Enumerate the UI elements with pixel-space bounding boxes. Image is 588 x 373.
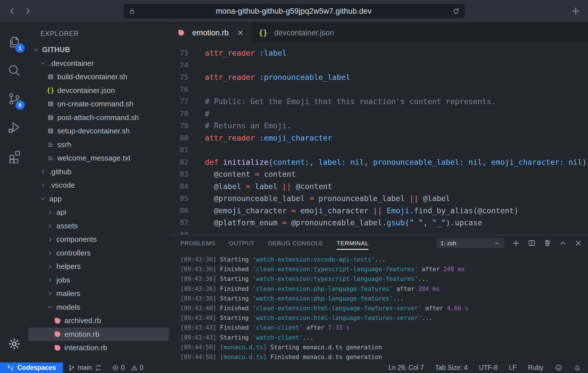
tree-item--github[interactable]: .github (28, 165, 169, 179)
lock-icon (129, 8, 135, 15)
tree-item--vscode[interactable]: .vscode (28, 179, 169, 192)
settings-gear-button[interactable] (0, 330, 28, 358)
terminal-token: [09:43:43] (180, 324, 220, 331)
tree-item-build-devcontainer-sh[interactable]: build-devcontainer.sh (28, 70, 169, 84)
code-line-87: 87 @platform_enum = @pronounceable_label… (170, 217, 588, 229)
cursor-position[interactable]: Ln 29, Col 7 (388, 364, 424, 372)
code-token: @pronounceable_label. (287, 218, 387, 227)
code-token: label: (314, 158, 346, 167)
code-token: attr_reader (205, 48, 255, 57)
refresh-icon[interactable] (452, 7, 460, 15)
close-tab-icon[interactable]: ✕ (238, 29, 244, 37)
back-icon[interactable] (8, 7, 17, 15)
encoding[interactable]: UTF-8 (479, 364, 497, 372)
code-line-77: 77# Public: Get the Emoji that this reac… (170, 96, 588, 108)
panel-tab-debug-console[interactable]: DEBUG CONSOLE (268, 235, 323, 251)
tree-item-on-create-command-sh[interactable]: on-create-command.sh (28, 97, 169, 111)
txt-file-icon (47, 155, 54, 162)
tree-item-jobs[interactable]: jobs (28, 273, 169, 287)
terminal-token: watch-extension:html-language-features-s… (256, 315, 418, 321)
code-token: :emoji_character (255, 133, 332, 142)
tree-item-api[interactable]: api (28, 206, 169, 219)
code-token: = (282, 218, 287, 227)
new-tab-icon[interactable] (571, 6, 581, 16)
tab-devcontainer-json[interactable]: {} devcontainer.json (252, 23, 342, 43)
tree-item-components[interactable]: components (28, 233, 169, 246)
activitybar-explorer[interactable]: 1 (0, 28, 28, 56)
chevron-right-icon (47, 236, 53, 243)
new-terminal-icon[interactable] (512, 239, 520, 248)
code-line-82: 82def initialize(content:, label: nil, p… (170, 156, 588, 169)
line-number: 79 (170, 120, 188, 132)
tree-item-devcontainer-json[interactable]: {}devcontainer.json (28, 84, 169, 98)
terminal-token: Starting (220, 334, 252, 341)
code-editor[interactable]: 73attr_reader :label7475attr_reader :pro… (170, 43, 588, 235)
terminal-output[interactable]: [09:43:36] Starting 'watch-extension:vsc… (170, 251, 588, 362)
codespaces-remote-button[interactable]: Codespaces (0, 362, 63, 373)
gear-icon (7, 337, 21, 351)
tree-item-helpers[interactable]: helpers (28, 260, 169, 273)
terminal-token: ' (415, 275, 418, 282)
code-text: attr_reader :pronounceable_label (188, 71, 350, 84)
tree-item-mailers[interactable]: mailers (28, 287, 169, 301)
tree-item--devcontainer[interactable]: .devcontainer (28, 57, 169, 70)
feedback-smiley-icon[interactable] (555, 364, 562, 372)
terminal-token: ' (252, 295, 256, 302)
kill-terminal-icon[interactable] (543, 239, 552, 247)
terminal-token: Starting (220, 315, 252, 321)
tree-item-app[interactable]: app (28, 192, 169, 206)
tree-item-welcome-message-txt[interactable]: welcome_message.txt (28, 151, 169, 165)
code-token: pronounceable_label: (368, 158, 464, 167)
code-text (188, 229, 205, 235)
tree-item-archived-rb[interactable]: archived.rb (28, 314, 169, 328)
language-mode[interactable]: Ruby (528, 364, 543, 372)
tree-item-controllers[interactable]: controllers (28, 246, 169, 260)
code-token: , (364, 158, 368, 167)
problems-indicator[interactable]: 0 0 (107, 362, 148, 373)
tree-item-label: devcontainer.json (57, 86, 115, 95)
forward-icon[interactable] (23, 7, 32, 15)
terminal-token: ' (252, 334, 256, 341)
code-token: = (291, 206, 296, 215)
panel-tab-problems[interactable]: PROBLEMS (180, 235, 215, 251)
tree-item-models[interactable]: models (28, 301, 169, 314)
activitybar-search[interactable] (0, 56, 28, 85)
sync-icon[interactable] (95, 364, 102, 371)
maximize-panel-icon[interactable] (559, 239, 567, 247)
terminal-line: [09:43:43] Starting 'watch-client'... (180, 333, 588, 342)
code-line-80: 80attr_reader :emoji_character (170, 132, 588, 144)
panel-tab-output[interactable]: OUTPUT (229, 235, 255, 251)
tree-item-ssrh[interactable]: ssrh (28, 138, 169, 152)
code-token: "_" (432, 218, 446, 227)
code-token: nil (464, 158, 482, 167)
chevron-down-icon (47, 304, 53, 310)
line-number: 88 (170, 229, 188, 235)
code-token: .find_by_alias(@content) (409, 206, 518, 215)
split-terminal-icon[interactable] (528, 239, 536, 247)
eol-sequence[interactable]: LF (509, 364, 516, 372)
tab-emotion-rb[interactable]: emotion.rb ✕ (170, 23, 252, 43)
notifications-bell-icon[interactable] (574, 364, 581, 372)
terminal-token: [09:44:56] (180, 354, 220, 360)
panel-tab-terminal[interactable]: TERMINAL (337, 235, 369, 251)
terminal-selector[interactable]: 1: zsh (436, 238, 504, 248)
tree-item-setup-devcontainer-sh[interactable]: setup-devcontainer.sh (28, 124, 169, 138)
tree-item-post-attach-command-sh[interactable]: post-attach-command.sh (28, 111, 169, 125)
activitybar-source-control[interactable]: 8 (0, 85, 28, 113)
tab-size[interactable]: Tab Size: 4 (435, 364, 467, 372)
terminal-token: [09:43:40] (180, 305, 220, 312)
activitybar-extensions[interactable] (0, 142, 28, 170)
activitybar-run-debug[interactable] (0, 113, 28, 142)
terminal-token: clean-extension:typescript-language-feat… (256, 266, 415, 273)
chevron-right-icon (47, 223, 53, 229)
address-bar[interactable]: mona-github-github-g59jpq2w5w7.github.de… (124, 4, 465, 19)
branch-indicator[interactable]: main (63, 362, 107, 373)
line-number: 76 (170, 84, 188, 96)
tree-item-emotion-rb[interactable]: emotion.rb (28, 328, 169, 341)
terminal-line: [09:43:43] Finished 'clean-client' after… (180, 323, 588, 333)
tree-item-assets[interactable]: assets (28, 219, 169, 233)
close-panel-icon[interactable] (574, 239, 582, 247)
tree-item-interaction-rb[interactable]: interaction.rb (28, 341, 169, 355)
run-debug-icon (7, 120, 22, 135)
tree-item-github[interactable]: GITHUB (28, 43, 169, 57)
